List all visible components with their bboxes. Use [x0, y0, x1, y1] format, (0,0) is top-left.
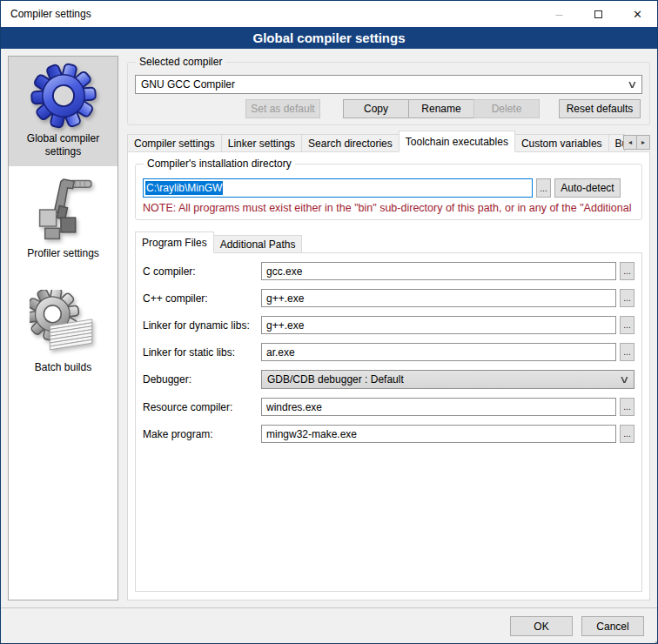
sidebar-item-batch-builds[interactable]: Batch builds — [9, 285, 118, 382]
tab-compiler-settings[interactable]: Compiler settings — [127, 134, 222, 152]
compiler-buttons-row: Set as default Copy Rename Delete Reset … — [135, 99, 642, 118]
tab-linker-settings[interactable]: Linker settings — [221, 134, 302, 152]
cancel-button[interactable]: Cancel — [581, 616, 644, 636]
minimize-button[interactable]: – — [540, 1, 579, 27]
field-label: Debugger: — [143, 373, 261, 386]
installation-directory-input[interactable]: C:\raylib\MinGW — [143, 178, 533, 198]
selected-compiler-group-label: Selected compiler — [136, 56, 225, 68]
category-sidebar: Global compiler settings Profiler settin… — [8, 56, 118, 600]
arrow-right-icon: ▸ — [641, 138, 645, 146]
chevron-down-icon: ∨ — [619, 375, 629, 384]
sidebar-item-profiler-settings[interactable]: Profiler settings — [9, 170, 118, 268]
rename-button[interactable]: Rename — [408, 99, 474, 118]
c-compiler-browse-button[interactable]: ... — [620, 262, 634, 280]
chevron-down-icon: ∨ — [627, 80, 637, 89]
program-files-panel: C compiler: ... C++ compiler: ... Linker… — [135, 252, 642, 592]
cpp-compiler-input[interactable] — [261, 289, 616, 307]
debugger-select-value: GDB/CDB debugger : Default — [267, 373, 404, 386]
sidebar-item-global-compiler-settings[interactable]: Global compiler settings — [9, 57, 118, 166]
tab-custom-variables[interactable]: Custom variables — [514, 134, 609, 152]
field-label: Linker for static libs: — [143, 346, 261, 359]
form-row-linker-static: Linker for static libs: ... — [143, 343, 634, 361]
make-program-browse-button[interactable]: ... — [620, 425, 634, 443]
make-program-input[interactable] — [261, 425, 616, 443]
tab-scroll-right-button[interactable]: ▸ — [636, 135, 650, 150]
browse-directory-button[interactable]: ... — [536, 178, 551, 198]
settings-tabs: Compiler settings Linker settings Search… — [127, 131, 650, 152]
installation-directory-row: C:\raylib\MinGW ... Auto-detect — [143, 178, 634, 198]
linker-dynamic-input[interactable] — [261, 316, 616, 334]
titlebar: Compiler settings – ✕ — [1, 1, 657, 27]
auto-detect-button[interactable]: Auto-detect — [554, 178, 621, 198]
dialog-footer: OK Cancel — [1, 608, 657, 643]
blue-gear-icon — [30, 61, 97, 131]
installation-directory-group-label: Compiler's installation directory — [144, 158, 295, 170]
field-label: C++ compiler: — [143, 292, 261, 305]
form-row-cpp-compiler: C++ compiler: ... — [143, 289, 634, 307]
maximize-button[interactable] — [579, 1, 618, 27]
toolchain-executables-page: Compiler's installation directory C:\ray… — [127, 151, 650, 600]
field-label: Resource compiler: — [143, 401, 261, 413]
debugger-select[interactable]: GDB/CDB debugger : Default ∨ — [261, 370, 634, 389]
sidebar-item-label: Batch builds — [10, 361, 116, 374]
field-label: C compiler: — [143, 265, 261, 278]
bin-subdirectory-note: NOTE: All programs must exist either in … — [143, 202, 641, 214]
installation-directory-group: Compiler's installation directory C:\ray… — [135, 164, 642, 220]
tab-toolchain-executables[interactable]: Toolchain executables — [399, 131, 515, 152]
linker-static-input[interactable] — [261, 343, 616, 361]
compiler-settings-window: Compiler settings – ✕ Global compiler se… — [0, 0, 658, 644]
delete-button[interactable]: Delete — [473, 99, 540, 118]
program-files-section: Program Files Additional Paths C compile… — [135, 231, 642, 592]
installation-directory-value: C:\raylib\MinGW — [145, 181, 223, 195]
grey-gear-stack-icon — [30, 290, 97, 359]
field-label: Linker for dynamic libs: — [143, 319, 261, 332]
form-row-debugger: Debugger: GDB/CDB debugger : Default ∨ — [143, 370, 634, 389]
form-row-resource-compiler: Resource compiler: ... — [143, 398, 634, 416]
ok-button[interactable]: OK — [510, 616, 573, 636]
close-icon: ✕ — [633, 8, 642, 21]
tab-additional-paths[interactable]: Additional Paths — [213, 235, 303, 253]
dialog-body: Global compiler settings Profiler settin… — [1, 49, 657, 607]
minimize-icon: – — [556, 7, 563, 21]
tab-search-directories[interactable]: Search directories — [301, 134, 400, 152]
compiler-select-value: GNU GCC Compiler — [141, 78, 235, 91]
set-as-default-button[interactable]: Set as default — [245, 99, 320, 118]
reset-defaults-button[interactable]: Reset defaults — [559, 99, 641, 118]
sidebar-item-label: Global compiler settings — [10, 132, 116, 158]
tab-scroll-left-button[interactable]: ◂ — [623, 135, 637, 150]
arrow-left-icon: ◂ — [628, 138, 632, 146]
resource-compiler-input[interactable] — [261, 398, 616, 416]
c-compiler-input[interactable] — [261, 262, 616, 280]
form-row-c-compiler: C compiler: ... — [143, 262, 634, 280]
resource-compiler-browse-button[interactable]: ... — [620, 398, 634, 416]
close-button[interactable]: ✕ — [618, 1, 657, 27]
selected-compiler-group: Selected compiler GNU GCC Compiler ∨ Set… — [127, 62, 650, 125]
dialog-header-title: Global compiler settings — [252, 30, 405, 45]
copy-button[interactable]: Copy — [343, 99, 409, 118]
main-settings-area: Selected compiler GNU GCC Compiler ∨ Set… — [127, 56, 650, 600]
form-row-make-program: Make program: ... — [143, 425, 634, 443]
tab-program-files[interactable]: Program Files — [135, 231, 214, 253]
resize-grip[interactable] — [652, 638, 654, 640]
field-label: Make program: — [143, 428, 261, 440]
maximize-icon — [594, 10, 602, 18]
dialog-header: Global compiler settings — [1, 27, 657, 49]
compiler-select[interactable]: GNU GCC Compiler ∨ — [135, 75, 642, 94]
window-title: Compiler settings — [1, 8, 540, 20]
linker-dynamic-browse-button[interactable]: ... — [620, 316, 634, 334]
cpp-compiler-browse-button[interactable]: ... — [620, 289, 634, 307]
program-files-tabs: Program Files Additional Paths — [135, 231, 642, 253]
caliper-icon — [30, 174, 97, 245]
form-row-linker-dynamic: Linker for dynamic libs: ... — [143, 316, 634, 334]
tab-scroll-buttons: ◂ ▸ — [624, 135, 650, 150]
linker-static-browse-button[interactable]: ... — [620, 343, 634, 361]
sidebar-item-label: Profiler settings — [10, 247, 116, 260]
